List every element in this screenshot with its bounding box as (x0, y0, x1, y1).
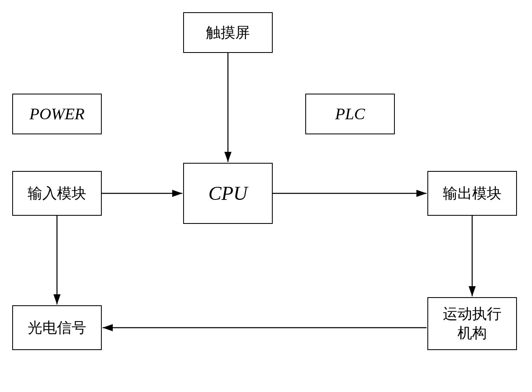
motion-label: 运动执行 机构 (443, 304, 501, 343)
plc-label: PLC (335, 103, 365, 125)
input-module-label: 输入模块 (28, 184, 86, 203)
photoelectric-label: 光电信号 (28, 318, 86, 337)
power-label: POWER (29, 103, 85, 125)
input-module-block: 输入模块 (12, 171, 102, 216)
cpu-label: CPU (208, 181, 247, 206)
diagram-container: 触摸屏 POWER PLC 输入模块 CPU 输出模块 光电信号 运动执行 机构 (0, 0, 532, 392)
output-module-label: 输出模块 (443, 184, 501, 203)
plc-block: PLC (305, 94, 395, 134)
output-module-block: 输出模块 (427, 171, 517, 216)
cpu-block: CPU (183, 163, 273, 224)
photoelectric-block: 光电信号 (12, 305, 102, 350)
power-block: POWER (12, 94, 102, 134)
touchscreen-block: 触摸屏 (183, 12, 273, 53)
motion-block: 运动执行 机构 (427, 297, 517, 350)
touchscreen-label: 触摸屏 (206, 23, 250, 42)
